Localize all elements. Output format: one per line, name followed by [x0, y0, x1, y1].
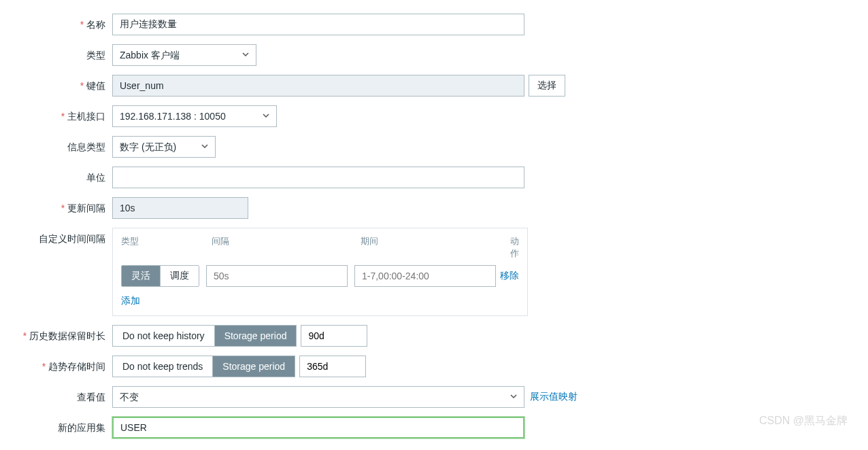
- type-select[interactable]: Zabbix 客户端: [112, 44, 256, 66]
- trend-storage-period-button[interactable]: Storage period: [212, 356, 295, 377]
- no-history-button[interactable]: Do not keep history: [113, 326, 214, 346]
- row-update-interval: 更新间隔: [0, 197, 868, 219]
- header-interval: 间隔: [212, 235, 361, 260]
- label-units: 单位: [0, 167, 112, 184]
- row-new-application: 新的应用集: [0, 417, 868, 438]
- trend-storage-segmented: Do not keep trends Storage period: [112, 356, 295, 377]
- flexible-button[interactable]: 灵活: [122, 266, 160, 286]
- label-custom-interval: 自定义时间间隔: [0, 228, 112, 245]
- row-history-storage: 历史数据保留时长 Do not keep history Storage per…: [0, 325, 868, 347]
- label-trend-storage: 趋势存储时间: [0, 356, 112, 373]
- remove-link[interactable]: 移除: [500, 270, 519, 282]
- no-trends-button[interactable]: Do not keep trends: [113, 356, 212, 377]
- row-trend-storage: 趋势存储时间 Do not keep trends Storage period: [0, 356, 868, 377]
- label-type: 类型: [0, 44, 112, 62]
- row-custom-interval: 自定义时间间隔 类型 间隔 期间 动作 灵活 调度 移除: [0, 228, 868, 316]
- row-key: 键值 选择: [0, 75, 868, 97]
- header-action: 动作: [510, 235, 519, 260]
- show-value-select[interactable]: 不变: [112, 386, 524, 408]
- custom-interval-box: 类型 间隔 期间 动作 灵活 调度 移除 添加: [112, 228, 528, 316]
- key-input[interactable]: [112, 75, 524, 97]
- header-type: 类型: [121, 235, 212, 260]
- add-link[interactable]: 添加: [121, 295, 140, 307]
- interval-period-input[interactable]: [354, 265, 496, 287]
- interval-value-input[interactable]: [206, 265, 348, 287]
- info-type-select[interactable]: 数字 (无正负): [112, 136, 216, 158]
- new-application-input[interactable]: [112, 417, 524, 438]
- label-host-interface: 主机接口: [0, 105, 112, 123]
- row-type: 类型 Zabbix 客户端: [0, 44, 868, 66]
- label-show-value: 查看值: [0, 386, 112, 404]
- interval-type-segmented: 灵活 调度: [121, 265, 199, 287]
- history-storage-period-button[interactable]: Storage period: [214, 326, 297, 346]
- row-info-type: 信息类型 数字 (无正负): [0, 136, 868, 158]
- units-input[interactable]: [112, 167, 524, 188]
- row-show-value: 查看值 不变 展示值映射: [0, 386, 868, 408]
- row-units: 单位: [0, 167, 868, 188]
- label-update-interval: 更新间隔: [0, 197, 112, 215]
- row-name: 名称: [0, 14, 868, 35]
- label-new-application: 新的应用集: [0, 417, 112, 434]
- row-host-interface: 主机接口 192.168.171.138 : 10050: [0, 105, 868, 127]
- trend-period-input[interactable]: [299, 356, 366, 377]
- interval-row: 灵活 调度 移除: [121, 265, 519, 287]
- name-input[interactable]: [112, 14, 524, 35]
- history-period-input[interactable]: [301, 325, 367, 347]
- label-key: 键值: [0, 75, 112, 92]
- header-period: 期间: [361, 235, 510, 260]
- label-history-storage: 历史数据保留时长: [0, 325, 112, 343]
- show-value-map-link[interactable]: 展示值映射: [530, 391, 578, 403]
- label-name: 名称: [0, 14, 112, 31]
- update-interval-input[interactable]: [112, 197, 248, 219]
- scheduling-button[interactable]: 调度: [160, 266, 199, 286]
- label-info-type: 信息类型: [0, 136, 112, 154]
- host-interface-select[interactable]: 192.168.171.138 : 10050: [112, 105, 277, 127]
- interval-header: 类型 间隔 期间 动作: [121, 235, 519, 260]
- select-key-button[interactable]: 选择: [529, 75, 565, 97]
- form-container: 名称 类型 Zabbix 客户端 键值 选择 主机接口: [0, 14, 868, 438]
- history-storage-segmented: Do not keep history Storage period: [112, 325, 297, 347]
